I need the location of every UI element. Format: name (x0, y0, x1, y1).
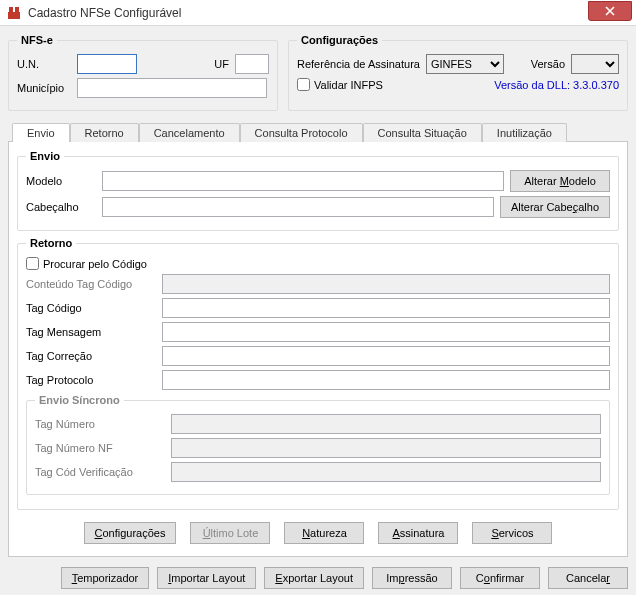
envio-group: Envio Modelo Alterar Modelo Cabeçalho Al… (17, 150, 619, 231)
tab-envio[interactable]: Envio (12, 123, 70, 142)
ref-assinatura-label: Referência de Assinatura (297, 58, 420, 70)
envio-sincrono-group: Envio Síncrono Tag Número Tag Número NF … (26, 394, 610, 495)
tab-consulta-protocolo[interactable]: Consulta Protocolo (240, 123, 363, 142)
tag-numero-nf-input (171, 438, 601, 458)
nfse-group: NFS-e U.N. UF Município (8, 34, 278, 111)
assinatura-button[interactable]: Assinatura (378, 522, 458, 544)
bottom-button-bar: Temporizador Importar Layout Exportar La… (0, 561, 636, 595)
validar-infps-checkbox[interactable]: Validar INFPS (297, 78, 383, 91)
tag-numero-nf-label: Tag Número NF (35, 442, 165, 454)
tab-consulta-situacao[interactable]: Consulta Situação (363, 123, 482, 142)
retorno-group: Retorno Procurar pelo Código Conteúdo Ta… (17, 237, 619, 510)
config-legend: Configurações (297, 34, 382, 46)
tab-inutilizacao[interactable]: Inutilização (482, 123, 567, 142)
municipio-label: Município (17, 82, 71, 94)
envio-legend: Envio (26, 150, 64, 162)
conteudo-tag-codigo-input (162, 274, 610, 294)
validar-infps-input[interactable] (297, 78, 310, 91)
validar-infps-label: Validar INFPS (314, 79, 383, 91)
svg-rect-1 (9, 7, 13, 12)
tab-control: Envio Retorno Cancelamento Consulta Prot… (8, 119, 628, 557)
impressao-button[interactable]: Impressão (372, 567, 452, 589)
alterar-cabecalho-button[interactable]: Alterar Cabeçalho (500, 196, 610, 218)
dll-version: Versão da DLL: 3.3.0.370 (494, 79, 619, 91)
conteudo-tag-codigo-label: Conteúdo Tag Código (26, 278, 156, 290)
tag-correcao-input[interactable] (162, 346, 610, 366)
tag-mensagem-input[interactable] (162, 322, 610, 342)
alterar-modelo-button[interactable]: Alterar Modelo (510, 170, 610, 192)
tab-strip: Envio Retorno Cancelamento Consulta Prot… (8, 119, 628, 141)
temporizador-button[interactable]: Temporizador (61, 567, 150, 589)
cancelar-button[interactable]: Cancelar (548, 567, 628, 589)
tag-protocolo-label: Tag Protocolo (26, 374, 156, 386)
window-title: Cadastro NFSe Configurável (28, 6, 181, 20)
tag-numero-label: Tag Número (35, 418, 165, 430)
modelo-input[interactable] (102, 171, 504, 191)
servicos-button[interactable]: Servicos (472, 522, 552, 544)
configuracoes-button[interactable]: Configurações (84, 522, 177, 544)
tag-codigo-input[interactable] (162, 298, 610, 318)
tag-cod-verif-label: Tag Cód Verificação (35, 466, 165, 478)
tag-mensagem-label: Tag Mensagem (26, 326, 156, 338)
tag-numero-input (171, 414, 601, 434)
procurar-codigo-label: Procurar pelo Código (43, 258, 147, 270)
app-icon (6, 5, 22, 21)
versao-select[interactable] (571, 54, 619, 74)
tab-body: Envio Modelo Alterar Modelo Cabeçalho Al… (8, 141, 628, 557)
un-label: U.N. (17, 58, 71, 70)
tag-correcao-label: Tag Correção (26, 350, 156, 362)
confirmar-button[interactable]: Confirmar (460, 567, 540, 589)
svg-rect-0 (8, 12, 20, 19)
ref-assinatura-select[interactable]: GINFES (426, 54, 504, 74)
uf-label: UF (214, 58, 229, 70)
tag-protocolo-input[interactable] (162, 370, 610, 390)
procurar-codigo-checkbox[interactable]: Procurar pelo Código (26, 257, 147, 270)
natureza-button[interactable]: Natureza (284, 522, 364, 544)
ultimo-lote-button: Último Lote (190, 522, 270, 544)
importar-layout-button[interactable]: Importar Layout (157, 567, 256, 589)
uf-input[interactable] (235, 54, 269, 74)
retorno-legend: Retorno (26, 237, 76, 249)
tag-cod-verif-input (171, 462, 601, 482)
versao-label: Versão (531, 58, 565, 70)
tag-codigo-label: Tag Código (26, 302, 156, 314)
close-button[interactable] (588, 1, 632, 21)
tab-retorno[interactable]: Retorno (70, 123, 139, 142)
municipio-input[interactable] (77, 78, 267, 98)
cabecalho-label: Cabeçalho (26, 201, 96, 213)
modelo-label: Modelo (26, 175, 96, 187)
nfse-legend: NFS-e (17, 34, 57, 46)
config-group: Configurações Referência de Assinatura G… (288, 34, 628, 111)
procurar-codigo-input[interactable] (26, 257, 39, 270)
tab-button-bar: Configurações Último Lote Natureza Assin… (17, 516, 619, 546)
tab-cancelamento[interactable]: Cancelamento (139, 123, 240, 142)
titlebar: Cadastro NFSe Configurável (0, 0, 636, 26)
un-input[interactable] (77, 54, 137, 74)
cabecalho-input[interactable] (102, 197, 494, 217)
envio-sincrono-legend: Envio Síncrono (35, 394, 124, 406)
exportar-layout-button[interactable]: Exportar Layout (264, 567, 364, 589)
svg-rect-2 (15, 7, 19, 12)
